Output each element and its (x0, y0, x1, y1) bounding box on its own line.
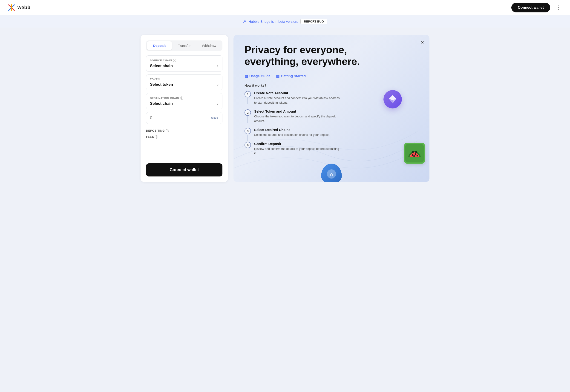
how-works-label: How it works? (244, 84, 419, 87)
beta-banner-text: Hubble Bridge is in beta version. (248, 20, 298, 23)
more-options-button[interactable]: ⋮ (554, 4, 563, 12)
getting-started-icon: ▤ (276, 74, 280, 78)
webb-logo-icon (7, 3, 16, 12)
svg-rect-15 (415, 151, 417, 153)
usage-guide-icon: ▤ (244, 74, 248, 78)
beta-banner: ↗ Hubble Bridge is in beta version. REPO… (0, 15, 570, 28)
step-3-line (248, 135, 248, 141)
step-1-title: Create Note Account (254, 91, 342, 95)
token-value-row: Select token › (150, 82, 219, 87)
step-4-number: 4 (244, 142, 251, 148)
depositing-row: DEPOSITING i -- (146, 127, 223, 134)
privacy-title: Privacy for everyone, everything, everyw… (244, 44, 364, 67)
left-panel: Deposit Transfer Withdraw SOURCE CHAIN i… (141, 35, 228, 182)
source-chain-value: Select chain (150, 64, 173, 68)
depositing-label: DEPOSITING i (146, 129, 169, 132)
main-content: Deposit Transfer Withdraw SOURCE CHAIN i… (133, 28, 437, 182)
step-1-desc: Create a Note account and connect it to … (254, 96, 342, 105)
header-right: Connect wallet ⋮ (511, 3, 563, 13)
destination-chain-label: DESTINATION CHAIN i (150, 97, 219, 100)
fees-label: FEES i (146, 135, 158, 139)
step-4-title: Confirm Deposit (254, 142, 342, 146)
destination-chain-chevron-icon: › (217, 101, 219, 106)
eth-diamond-icon (388, 94, 398, 104)
step-3: 3 Select Desired Chains Select the sourc… (244, 128, 419, 142)
step-3-left: 3 (244, 128, 251, 141)
blue-bubble: w (321, 164, 342, 182)
tab-deposit[interactable]: Deposit (147, 41, 172, 50)
token-chevron-icon: › (217, 82, 219, 87)
step-3-content: Select Desired Chains Select the source … (254, 128, 330, 142)
step-4-left: 4 (244, 142, 251, 148)
header: webb Connect wallet ⋮ (0, 0, 570, 15)
step-3-title: Select Desired Chains (254, 128, 330, 132)
destination-chain-value-row: Select chain › (150, 101, 219, 106)
report-bug-button[interactable]: REPORT BUG (300, 19, 327, 24)
source-chain-info-icon: i (173, 59, 176, 62)
max-button[interactable]: MAX (211, 116, 219, 120)
depositing-value: -- (220, 129, 223, 132)
step-2-desc: Choose the token you want to deposit and… (254, 114, 342, 123)
source-chain-chevron-icon: › (217, 63, 219, 68)
step-1-number: 1 (244, 91, 251, 98)
info-rows: DEPOSITING i -- FEES i -- (146, 127, 223, 140)
depositing-info-icon: i (166, 129, 169, 132)
usage-guide-link[interactable]: ▤ Usage Guide (244, 74, 270, 78)
svg-rect-14 (412, 151, 414, 153)
svg-point-13 (413, 155, 415, 157)
step-4: 4 Confirm Deposit Review and confirm the… (244, 142, 419, 160)
step-1-content: Create Note Account Create a Note accoun… (254, 91, 342, 109)
step-2-line (248, 116, 248, 123)
step-3-desc: Select the source and destination chains… (254, 133, 330, 137)
step-1-left: 1 (244, 91, 251, 105)
eth-bubble (383, 90, 402, 109)
amount-section: MAX (146, 112, 223, 124)
logo-text: webb (17, 5, 30, 11)
step-1-line (248, 98, 248, 104)
tab-withdraw[interactable]: Withdraw (197, 41, 222, 50)
getting-started-link[interactable]: ▤ Getting Started (276, 74, 306, 78)
svg-text:w: w (329, 171, 333, 177)
source-chain-selector[interactable]: SOURCE CHAIN i Select chain › (146, 55, 223, 72)
close-button[interactable]: × (421, 40, 424, 45)
guide-links: ▤ Usage Guide ▤ Getting Started (244, 74, 419, 78)
header-connect-wallet-button[interactable]: Connect wallet (511, 3, 550, 13)
watermelon-pixel-icon (405, 144, 424, 162)
step-4-content: Confirm Deposit Review and confirm the d… (254, 142, 342, 160)
token-value: Select token (150, 82, 173, 87)
destination-chain-value: Select chain (150, 101, 173, 106)
tabs: Deposit Transfer Withdraw (146, 41, 223, 51)
source-chain-value-row: Select chain › (150, 63, 219, 68)
logo: webb (7, 3, 30, 12)
blue-logo-icon: w (326, 168, 337, 180)
amount-input[interactable] (150, 116, 178, 120)
source-chain-label: SOURCE CHAIN i (150, 59, 219, 62)
chart-icon: ↗ (243, 19, 246, 24)
fees-info-icon: i (155, 135, 158, 139)
step-3-number: 3 (244, 128, 251, 134)
step-2: 2 Select Token and Amount Choose the tok… (244, 109, 419, 128)
fees-row: FEES i -- (146, 134, 223, 140)
bottom-connect-wallet-button[interactable]: Connect wallet (146, 163, 223, 176)
tab-transfer[interactable]: Transfer (172, 41, 197, 50)
token-selector[interactable]: TOKEN Select token › (146, 74, 223, 90)
fees-value: -- (220, 135, 223, 139)
step-2-left: 2 (244, 109, 251, 123)
right-panel: × Privacy for everyone, everything, ever… (233, 35, 429, 182)
destination-chain-info-icon: i (180, 97, 183, 100)
watermelon-bubble (404, 143, 425, 164)
step-2-number: 2 (244, 109, 251, 116)
step-2-content: Select Token and Amount Choose the token… (254, 109, 342, 128)
step-4-desc: Review and confirm the details of your d… (254, 147, 342, 155)
destination-chain-selector[interactable]: DESTINATION CHAIN i Select chain › (146, 93, 223, 109)
step-2-title: Select Token and Amount (254, 109, 342, 113)
token-label: TOKEN (150, 78, 219, 81)
